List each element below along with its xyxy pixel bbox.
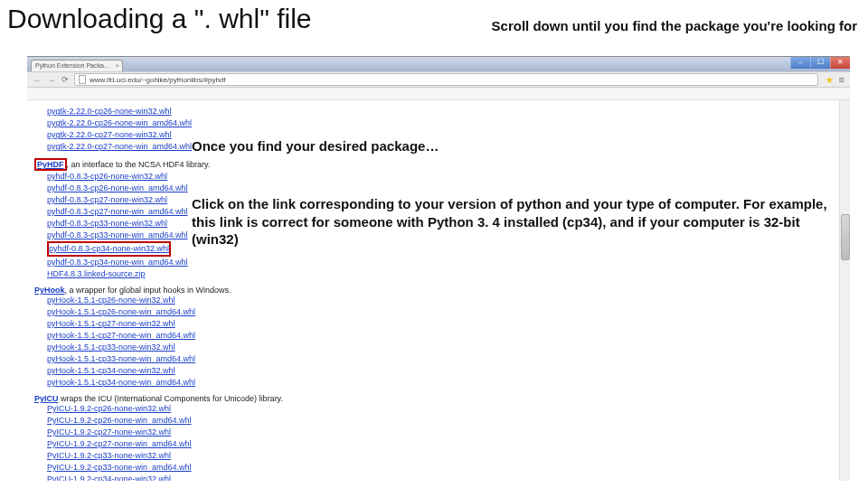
file-link[interactable]: pyhdf-0.8.3-cp33-none-win32.whl (47, 218, 167, 230)
file-link[interactable]: PyICU-1.9.2-cp26-none-win_amd64.whl (47, 415, 192, 427)
pyhdf-header: PyHDF, an interface to the NCSA HDF4 lib… (34, 158, 843, 171)
slide-title: Downloading a ". whl" file (7, 4, 311, 34)
file-link[interactable]: pyHook-1.5.1-cp26-none-win32.whl (47, 295, 175, 306)
file-link[interactable]: PyICU-1.9.2-cp27-none-win32.whl (47, 427, 171, 438)
file-link[interactable]: PyICU-1.9.2-cp33-none-win32.whl (47, 450, 171, 462)
page-icon (79, 75, 86, 84)
pyicu-file-list: PyICU-1.9.2-cp26-none-win32.whl PyICU-1.… (47, 403, 843, 481)
browser-window: Python Extension Packa... – ☐ ✕ ← → ⟳ ww… (27, 56, 850, 481)
pyicu-desc: wraps the ICU (International Components … (59, 394, 283, 403)
pyicu-package-link[interactable]: PyICU (34, 394, 59, 403)
file-link[interactable]: pygtk-2.22.0-cp26-none-win_amd64.whl (47, 117, 192, 129)
url-field[interactable]: www.lfd.uci.edu/~gohlke/pythonlibs/#pyhd… (74, 73, 818, 86)
address-bar: ← → ⟳ www.lfd.uci.edu/~gohlke/pythonlibs… (27, 71, 850, 88)
file-link[interactable]: pygtk-2.22.0-cp27-none-win_amd64.whl (47, 141, 192, 153)
file-link[interactable]: pygtk-2.22.0-cp26-none-win32.whl (47, 106, 172, 117)
file-link[interactable]: pyhdf-0.8.3-cp26-none-win_amd64.whl (47, 183, 188, 194)
tab-bar: Python Extension Packa... – ☐ ✕ (27, 57, 850, 71)
window-minimize-button[interactable]: – (790, 57, 810, 69)
file-link[interactable]: pyHook-1.5.1-cp34-none-win32.whl (47, 365, 175, 377)
window-close-button[interactable]: ✕ (830, 57, 850, 69)
pyhook-header: PyHook, a wrapper for global input hooks… (34, 286, 843, 295)
file-link[interactable]: pyhdf-0.8.3-cp27-none-win32.whl (47, 194, 167, 206)
back-button[interactable]: ← (33, 75, 42, 85)
file-link[interactable]: PyICU-1.9.2-cp27-none-win_amd64.whl (47, 438, 192, 450)
url-text: www.lfd.uci.edu/~gohlke/pythonlibs/#pyhd… (90, 74, 226, 86)
pyhdf-package-link[interactable]: PyHDF (34, 158, 67, 171)
page-content: pygtk-2.22.0-cp26-none-win32.whl pygtk-2… (27, 100, 850, 481)
bookmarks-bar (27, 88, 850, 100)
forward-button[interactable]: → (47, 75, 56, 85)
file-link-highlighted[interactable]: pyhdf-0.8.3-cp34-none-win32.whl (49, 243, 169, 255)
bookmark-star-icon[interactable]: ★ (826, 75, 834, 85)
pyhdf-desc: , an interface to the NCSA HDF4 library. (67, 160, 211, 169)
window-controls: – ☐ ✕ (790, 57, 850, 69)
pyhook-desc: , a wrapper for global input hooks in Wi… (65, 286, 231, 295)
reload-button[interactable]: ⟳ (61, 75, 69, 84)
file-link[interactable]: HDF4.8.3.linked-source.zip (47, 268, 146, 280)
highlighted-file-box: pyhdf-0.8.3-cp34-none-win32.whl (47, 241, 171, 257)
file-link[interactable]: pyHook-1.5.1-cp34-none-win_amd64.whl (47, 377, 195, 389)
file-link[interactable]: PyICU-1.9.2-cp34-none-win32.whl (47, 474, 171, 481)
file-link[interactable]: pyhdf-0.8.3-cp27-none-win_amd64.whl (47, 206, 188, 218)
file-link[interactable]: pygtk-2.22.0-cp27-none-win32.whl (47, 129, 172, 141)
pyicu-header: PyICU wraps the ICU (International Compo… (34, 394, 843, 403)
file-link[interactable]: pyHook-1.5.1-cp33-none-win32.whl (47, 342, 175, 353)
file-link[interactable]: pyHook-1.5.1-cp26-none-win_amd64.whl (47, 306, 195, 318)
browser-tab[interactable]: Python Extension Packa... (31, 60, 123, 71)
annotation-find-package: Once you find your desired package… (192, 137, 439, 155)
file-link[interactable]: pyHook-1.5.1-cp33-none-win_amd64.whl (47, 353, 195, 365)
slide-subtitle: Scroll down until you find the package y… (492, 18, 857, 33)
file-link[interactable]: pyHook-1.5.1-cp27-none-win_amd64.whl (47, 330, 195, 342)
file-link[interactable]: pyhdf-0.8.3-cp34-none-win_amd64.whl (47, 257, 188, 268)
pyhook-package-link[interactable]: PyHook (34, 286, 65, 295)
menu-icon[interactable]: ≡ (839, 74, 844, 85)
file-link[interactable]: PyICU-1.9.2-cp33-none-win_amd64.whl (47, 462, 192, 474)
annotation-click-link: Click on the link corresponding to your … (192, 195, 843, 249)
pygtk-file-list: pygtk-2.22.0-cp26-none-win32.whl pygtk-2… (47, 106, 843, 153)
file-link[interactable]: pyhdf-0.8.3-cp26-none-win32.whl (47, 171, 167, 183)
file-link[interactable]: PyICU-1.9.2-cp26-none-win32.whl (47, 403, 171, 415)
file-link[interactable]: pyhdf-0.8.3-cp33-none-win_amd64.whl (47, 230, 188, 241)
window-maximize-button[interactable]: ☐ (810, 57, 830, 69)
vertical-scrollbar[interactable] (839, 100, 850, 481)
file-link[interactable]: pyHook-1.5.1-cp27-none-win32.whl (47, 318, 175, 330)
pyhook-file-list: pyHook-1.5.1-cp26-none-win32.whl pyHook-… (47, 295, 843, 389)
